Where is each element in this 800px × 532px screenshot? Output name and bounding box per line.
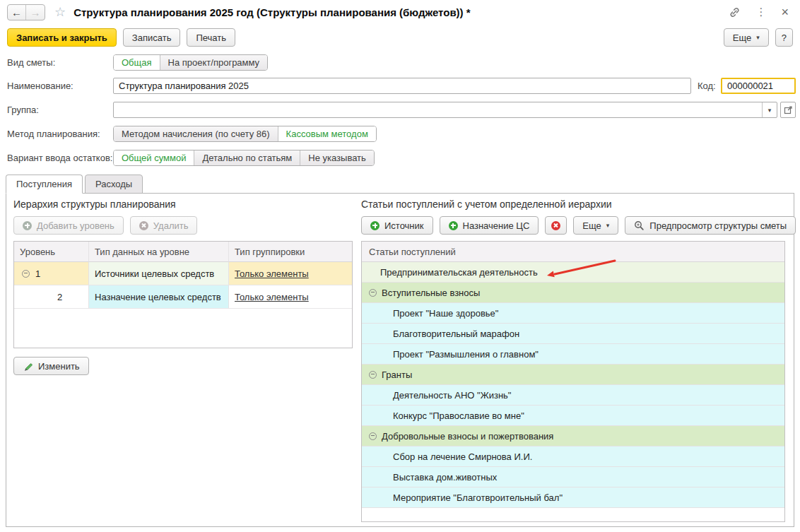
delete-level-label: Удалить	[153, 220, 189, 231]
table-row[interactable]: Благотворительный марафон	[362, 324, 784, 344]
table-row[interactable]: Добровольные взносы и пожертвования	[362, 426, 784, 447]
hierarchy-table-header: Уровень Тип данных на уровне Тип группир…	[14, 242, 352, 262]
article-label: Предпринимательская деятельность	[380, 267, 538, 278]
chevron-down-icon: ▾	[606, 222, 610, 229]
collapse-icon[interactable]	[369, 432, 377, 440]
balance-option-total[interactable]: Общей суммой	[114, 150, 194, 165]
table-row[interactable]: Мероприятие "Благотвроительный бал"	[362, 487, 784, 508]
estimate-kind-toggle: Общая На проект/программу	[113, 54, 268, 71]
pencil-icon	[23, 361, 33, 372]
table-row[interactable]: 2 Назначение целевых средств Только элем…	[14, 285, 352, 309]
more-button-label: Еще	[733, 32, 751, 43]
table-row[interactable]: Сбор на лечение Смирнова И.И.	[362, 447, 784, 467]
table-row[interactable]: Конкурс "Православие во мне"	[362, 406, 784, 426]
column-data-type[interactable]: Тип данных на уровне	[89, 242, 229, 262]
column-grouping[interactable]: Тип группировки	[229, 242, 352, 262]
article-label: Проект "Наше здоровье"	[393, 308, 498, 319]
balance-option-detailed[interactable]: Детально по статьям	[194, 150, 300, 165]
titlebar-actions: ⋮ ×	[729, 6, 800, 18]
plus-circle-icon	[23, 221, 32, 230]
planning-method-label: Метод планирования:	[7, 126, 100, 142]
table-row[interactable]: Гранты	[362, 365, 784, 385]
code-input[interactable]	[721, 78, 796, 94]
level-value: 1	[35, 268, 40, 279]
table-row[interactable]: Вступительные взносы	[362, 283, 784, 303]
collapse-icon[interactable]	[369, 289, 377, 297]
name-input[interactable]	[113, 78, 691, 94]
back-button[interactable]: ←	[8, 5, 26, 20]
tab-bar: Поступления Расходы	[6, 175, 145, 194]
planning-method-option-cash[interactable]: Кассовым методом	[278, 126, 376, 141]
app-window: ← → ☆ Структура планирования 2025 год (С…	[0, 0, 800, 532]
tab-receipts[interactable]: Поступления	[6, 175, 83, 194]
more-menu-icon[interactable]: ⋮	[755, 6, 766, 18]
article-label: Мероприятие "Благотвроительный бал"	[393, 492, 563, 503]
save-and-close-button[interactable]: Записать и закрыть	[7, 28, 117, 47]
group-open-button[interactable]	[780, 102, 796, 118]
delete-article-button[interactable]	[545, 216, 567, 235]
plus-circle-icon	[370, 221, 380, 230]
data-type-value: Источники целевых средств	[89, 262, 229, 285]
balance-option-none[interactable]: Не указывать	[300, 150, 374, 165]
balance-entry-toggle: Общей суммой Детально по статьям Не указ…	[113, 150, 375, 166]
article-label: Благотворительный марафон	[393, 329, 519, 339]
group-input[interactable]	[114, 102, 762, 117]
group-dropdown-button[interactable]: ▾	[762, 102, 777, 117]
articles-table-header[interactable]: Статьи поступлений	[362, 242, 784, 262]
add-source-button[interactable]: Источник	[361, 216, 433, 235]
add-purpose-button[interactable]: Назначение ЦС	[440, 216, 539, 235]
save-button[interactable]: Записать	[123, 28, 181, 47]
open-icon	[784, 105, 793, 114]
planning-method-option-accrual[interactable]: Методом начисления (по счету 86)	[114, 126, 278, 141]
add-source-label: Источник	[384, 220, 424, 231]
more-button[interactable]: Еще ▾	[724, 28, 769, 47]
hierarchy-panel-title: Иерархия структуры планирования	[13, 199, 176, 210]
estimate-kind-option-obschaya[interactable]: Общая	[114, 55, 160, 70]
table-row[interactable]: Проект "Размышления о главном"	[362, 344, 784, 365]
table-row[interactable]: Выставка дом.животных	[362, 467, 784, 487]
history-nav: ← →	[7, 4, 45, 20]
hierarchy-toolbar: Добавить уровень Удалить	[13, 216, 197, 235]
articles-more-button[interactable]: Еще ▾	[573, 216, 618, 235]
article-label: Конкурс "Православие во мне"	[393, 410, 524, 421]
edit-button[interactable]: Изменить	[13, 357, 89, 375]
add-level-button[interactable]: Добавить уровень	[13, 216, 124, 235]
favorite-star-icon[interactable]: ☆	[54, 6, 66, 18]
x-circle-icon	[139, 221, 148, 230]
x-circle-icon	[551, 221, 560, 230]
command-bar: Записать и закрыть Записать Печать Еще ▾…	[0, 28, 800, 47]
preview-structure-button[interactable]: Предпросмотр структуры сметы	[625, 216, 796, 235]
article-label: Добровольные взносы и пожертвования	[382, 431, 553, 442]
articles-table: Статьи поступлений Предпринимательская д…	[361, 241, 785, 522]
balance-entry-label: Вариант ввода остатков:	[7, 150, 112, 166]
print-button[interactable]: Печать	[187, 28, 235, 47]
column-level[interactable]: Уровень	[14, 242, 89, 262]
help-button[interactable]: ?	[775, 28, 793, 47]
group-combo: ▾	[113, 102, 777, 118]
name-row: Наименование: Код:	[7, 78, 796, 94]
article-label: Деятельность АНО "Жизнь"	[393, 390, 511, 401]
tab-expenses[interactable]: Расходы	[85, 175, 143, 194]
table-row[interactable]: Деятельность АНО "Жизнь"	[362, 385, 784, 406]
articles-panel-title: Статьи поступлений с учетом определенной…	[361, 199, 612, 210]
collapse-icon[interactable]	[22, 270, 30, 278]
forward-button[interactable]: →	[26, 5, 45, 20]
delete-level-button[interactable]: Удалить	[130, 216, 198, 235]
estimate-kind-option-project[interactable]: На проект/программу	[160, 55, 268, 70]
chevron-down-icon: ▾	[756, 34, 760, 41]
code-label: Код:	[698, 78, 716, 94]
name-label: Наименование:	[7, 78, 73, 94]
planning-method-toggle: Методом начисления (по счету 86) Кассовы…	[113, 126, 377, 142]
title-bar: ← → ☆ Структура планирования 2025 год (С…	[0, 0, 800, 24]
article-label: Гранты	[382, 370, 412, 380]
link-icon[interactable]	[729, 6, 741, 18]
grouping-link[interactable]: Только элементы	[235, 268, 309, 279]
collapse-icon[interactable]	[369, 371, 377, 379]
magnifier-icon	[634, 220, 645, 231]
grouping-link[interactable]: Только элементы	[235, 292, 309, 302]
table-row[interactable]: Предпринимательская деятельность	[362, 262, 784, 283]
close-icon[interactable]: ×	[781, 6, 789, 18]
table-row[interactable]: Проект "Наше здоровье"	[362, 303, 784, 324]
back-icon: ←	[11, 6, 22, 18]
table-row[interactable]: 1 Источники целевых средств Только элеме…	[14, 262, 352, 285]
